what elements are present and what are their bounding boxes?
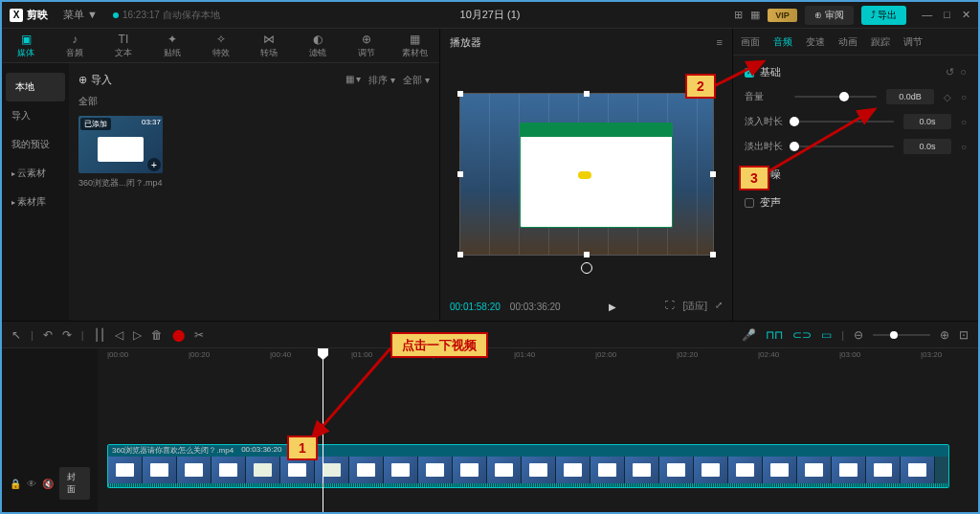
grid-icon[interactable]: ▦ (750, 9, 760, 21)
tab-transition[interactable]: ⋈转场 (245, 29, 294, 62)
volume-label: 音量 (745, 90, 785, 103)
sidebar-item-presets[interactable]: 我的预设 (2, 130, 69, 159)
delete-icon[interactable]: 🗑 (151, 328, 163, 342)
lock-icon[interactable]: 🔒 (10, 479, 21, 489)
tab-adjust[interactable]: ⊕调节 (342, 29, 390, 62)
basic-checkbox[interactable]: ✓ (745, 68, 754, 78)
select-tool-icon[interactable]: ↖ (11, 328, 21, 342)
clip-name: 360浏览器请你喜欢怎么关闭？.mp4 (112, 445, 234, 457)
delete-left-icon[interactable]: ◁ (115, 328, 123, 342)
sort-dropdown[interactable]: 排序 ▾ (368, 74, 395, 87)
link-icon[interactable]: ⊂⊃ (792, 328, 812, 342)
tab-audio[interactable]: ♪音频 (51, 29, 100, 62)
fadein-slider[interactable] (794, 121, 894, 123)
vip-badge[interactable]: VIP (768, 9, 797, 22)
undo-icon[interactable]: ↺ (946, 66, 954, 78)
player-menu-icon[interactable]: ≡ (717, 36, 723, 48)
annotation-2: 2 (685, 74, 716, 99)
keyframe-icon[interactable]: ◇ (944, 92, 951, 102)
fadein-value[interactable]: 0.0s (903, 114, 951, 129)
preview-icon[interactable]: ▭ (821, 328, 832, 342)
export-button[interactable]: ⤴ 导出 (861, 6, 907, 25)
layout-icon[interactable]: ⊞ (734, 9, 743, 21)
undo-icon[interactable]: ↶ (43, 328, 53, 342)
resize-handle[interactable] (457, 252, 463, 257)
crop-icon[interactable]: ✂ (194, 328, 204, 342)
import-button[interactable]: ⊕ 导入 (78, 73, 112, 87)
all-label: 全部 (78, 95, 430, 108)
reset-icon[interactable]: ○ (961, 117, 967, 127)
resize-handle[interactable] (710, 252, 716, 257)
fit-icon[interactable]: ⊡ (959, 328, 969, 342)
filter-dropdown[interactable]: 全部 ▾ (403, 74, 430, 87)
magnet-icon[interactable]: ⊓⊓ (766, 328, 783, 342)
timeline-ruler[interactable]: |00:00 |00:20 |00:40 |01:00 |01:20 |01:4… (98, 348, 978, 366)
media-thumbnail[interactable]: 已添加 03:37 + 360浏览器...闭？.mp4 (78, 116, 163, 190)
playhead[interactable] (323, 348, 323, 512)
mute-icon[interactable]: 🔇 (42, 479, 54, 489)
fadeout-label: 淡出时长 (745, 140, 785, 153)
rotate-handle[interactable] (581, 262, 592, 274)
close-icon[interactable]: ✕ (962, 9, 970, 21)
project-name: 10月27日 (1) (460, 8, 521, 22)
annotation-3: 3 (739, 166, 769, 190)
ratio-button[interactable]: [适应] (682, 300, 707, 313)
voice-checkbox[interactable] (745, 198, 754, 208)
annotation-1: 1 (287, 436, 318, 460)
autosave-status: 16:23:17 自动保存本地 (113, 9, 220, 22)
resize-handle[interactable] (584, 252, 590, 257)
tab-material-pack[interactable]: ▦素材包 (390, 29, 439, 62)
menu-button[interactable]: 菜单 ▼ (57, 6, 103, 24)
tab-text[interactable]: TI文本 (100, 29, 148, 62)
zoom-in-icon[interactable]: ⊕ (940, 328, 949, 342)
app-logo: X 剪映 (10, 8, 48, 22)
sidebar-item-library[interactable]: 素材库 (2, 188, 69, 216)
play-button[interactable]: ▶ (609, 302, 616, 312)
tab-picture[interactable]: 画面 (741, 35, 760, 49)
tab-media[interactable]: ▣媒体 (2, 29, 51, 62)
added-badge: 已添加 (80, 118, 111, 130)
time-total: 00:03:36:20 (510, 302, 561, 312)
tab-adjust-props[interactable]: 调节 (903, 35, 923, 49)
resize-handle[interactable] (584, 91, 590, 97)
resize-handle[interactable] (457, 91, 463, 97)
reset-icon[interactable]: ○ (960, 66, 967, 78)
tab-speed[interactable]: 变速 (806, 35, 825, 49)
volume-value[interactable]: 0.0dB (886, 89, 934, 104)
minimize-icon[interactable]: — (922, 9, 932, 21)
tab-sticker[interactable]: ✦贴纸 (147, 29, 196, 62)
preview-frame[interactable] (459, 93, 714, 256)
preview-scale-icon[interactable]: ⛶ (665, 300, 675, 313)
resize-handle[interactable] (710, 171, 716, 177)
media-tabs: ▣媒体 ♪音频 TI文本 ✦贴纸 ✧特效 ⋈转场 ◐滤镜 ⊕调节 ▦素材包 (2, 29, 439, 63)
volume-slider[interactable] (794, 96, 877, 98)
sidebar-item-cloud[interactable]: 云素材 (2, 159, 69, 188)
resize-handle[interactable] (457, 171, 463, 177)
redo-icon[interactable]: ↷ (62, 328, 72, 342)
sidebar-item-import[interactable]: 导入 (2, 101, 69, 130)
tab-track[interactable]: 跟踪 (871, 35, 890, 49)
tab-audio-props[interactable]: 音频 (773, 35, 792, 49)
mic-icon[interactable]: 🎤 (742, 328, 756, 342)
review-button[interactable]: ⊕ 审阅 (805, 6, 854, 25)
zoom-out-icon[interactable]: ⊖ (854, 328, 863, 342)
reset-icon[interactable]: ○ (961, 92, 967, 102)
tab-animation[interactable]: 动画 (838, 35, 858, 49)
cover-button[interactable]: 封面 (59, 467, 90, 500)
tab-filter[interactable]: ◐滤镜 (294, 29, 343, 62)
eye-icon[interactable]: 👁 (27, 479, 36, 489)
tab-effect[interactable]: ✧特效 (196, 29, 245, 62)
fadeout-slider[interactable] (794, 145, 894, 147)
fullscreen-icon[interactable]: ⤢ (715, 300, 723, 313)
reset-icon[interactable]: ○ (961, 142, 967, 152)
fadeout-value[interactable]: 0.0s (903, 139, 951, 154)
add-icon[interactable]: + (147, 158, 161, 171)
video-clip[interactable]: 360浏览器请你喜欢怎么关闭？.mp4 00:03:36:20 (107, 444, 949, 488)
maximize-icon[interactable]: □ (944, 9, 950, 21)
view-grid-icon[interactable]: ▦ ▾ (345, 74, 362, 87)
split-icon[interactable]: ⎮⎮ (94, 328, 105, 342)
sidebar-item-local[interactable]: 本地 (6, 73, 65, 101)
voice-label: 变声 (760, 195, 781, 210)
record-icon[interactable]: ⬤ (172, 328, 185, 342)
delete-right-icon[interactable]: ▷ (133, 328, 142, 342)
